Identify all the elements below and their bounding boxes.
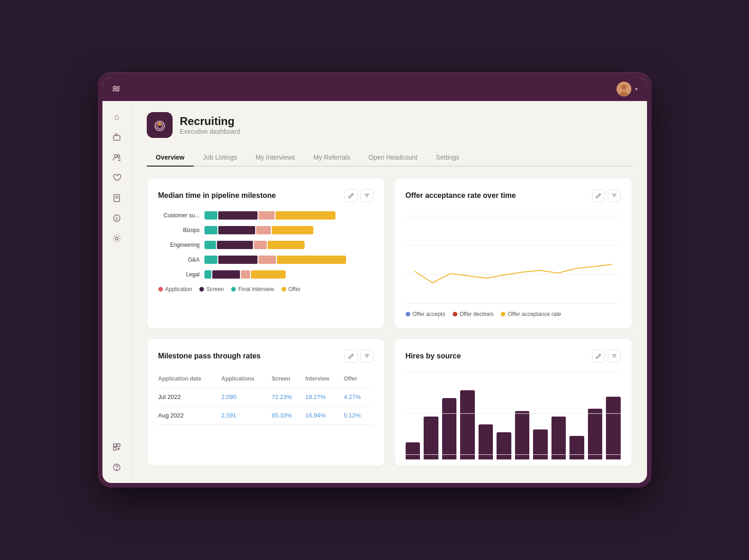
milestone-card-title: Milestone pass through rates [158, 352, 261, 360]
hires-bar [533, 429, 548, 459]
avatar[interactable] [617, 82, 631, 96]
bar-label-legal: Legal [158, 271, 200, 278]
tab-settings[interactable]: Settings [427, 149, 469, 166]
legend-offer-accepts: Offer accepts [406, 311, 445, 317]
bar-row-gna: G&A [158, 256, 373, 264]
svg-rect-13 [117, 444, 120, 447]
topbar: ≋ ▾ [102, 77, 647, 101]
pipeline-edit-button[interactable] [345, 189, 358, 202]
legend-offer-acceptance-rate: Offer acceptance rate [501, 311, 561, 317]
cell-date: Jul 2022 [158, 388, 222, 406]
app-header: Recruiting Executive dashboard [147, 112, 632, 138]
pipeline-card: Median time in pipeline milestone [147, 178, 385, 329]
screen: ≋ ▾ ⌂ [102, 77, 647, 483]
svg-point-18 [117, 470, 117, 470]
hires-bars [406, 376, 621, 459]
tab-my-interviews[interactable]: My Interviews [246, 149, 305, 166]
cell-offer: 5.12% [344, 406, 373, 425]
cell-date: Aug 2022 [158, 406, 222, 425]
hires-card: Hires by source [394, 338, 632, 466]
legend-final-interview: Final Interview [231, 286, 274, 292]
chevron-down-icon: ▾ [635, 86, 638, 92]
svg-text:$: $ [115, 216, 118, 221]
pipeline-card-header: Median time in pipeline milestone [158, 189, 373, 202]
page-title: Recruiting [180, 115, 240, 128]
offer-filter-button[interactable] [608, 189, 621, 202]
sidebar-item-coin[interactable]: $ [108, 210, 125, 226]
hires-bar [515, 411, 530, 459]
bar-label-engineering: Engineering [158, 242, 200, 248]
sidebar-item-settings[interactable] [108, 230, 125, 247]
offer-bars [406, 216, 621, 304]
table-row: Aug 2022 2,591 65.33% 16.94% 5.12% [158, 406, 373, 425]
svg-rect-12 [114, 444, 116, 447]
cell-applications: 2,090 [221, 388, 271, 406]
bar-row-bizops: Bizops [158, 226, 373, 234]
hires-bar [569, 436, 584, 459]
tab-overview[interactable]: Overview [147, 149, 194, 166]
stacked-bar-engineering [204, 241, 305, 249]
segment-offer [276, 211, 336, 220]
hires-bar [406, 442, 420, 459]
legend-offer-declines: Offer declines [453, 311, 494, 317]
cell-interview: 18.27% [306, 388, 344, 406]
app-title: Recruiting Executive dashboard [180, 115, 240, 135]
svg-point-5 [118, 155, 120, 157]
offer-card-actions [592, 189, 621, 202]
stacked-bar-bizops [204, 226, 313, 234]
pipeline-filter-button[interactable] [360, 189, 373, 202]
svg-point-4 [114, 155, 117, 157]
milestone-card: Milestone pass through rates [147, 338, 385, 466]
cell-interview: 16.94% [306, 406, 344, 425]
hires-filter-button[interactable] [608, 350, 621, 363]
sidebar-item-help[interactable] [108, 459, 125, 476]
sidebar-item-heart[interactable] [108, 169, 125, 186]
line-chart-svg [406, 216, 621, 304]
segment-application [204, 211, 217, 220]
bar-row-engineering: Engineering [158, 241, 373, 249]
bar-row-legal: Legal [158, 270, 373, 279]
col-header-applications: Applications [221, 372, 271, 388]
milestone-filter-button[interactable] [360, 350, 373, 363]
segment-interview [258, 211, 275, 220]
cell-screen: 72.23% [272, 388, 306, 406]
offer-card-title: Offer acceptance rate over time [406, 191, 516, 200]
offer-edit-button[interactable] [592, 189, 605, 202]
svg-point-1 [621, 84, 627, 90]
bar-label-bizops: Bizops [158, 227, 200, 233]
cell-applications: 2,591 [221, 406, 271, 425]
pipeline-legend: Application Screen Final Interview [158, 286, 373, 292]
device-frame: ≋ ▾ ⌂ [98, 72, 652, 488]
topbar-right: ▾ [617, 82, 638, 96]
sidebar-item-grid-plus[interactable] [108, 439, 125, 455]
svg-rect-3 [114, 136, 120, 140]
sidebar: ⌂ [102, 101, 132, 483]
sidebar-item-home[interactable]: ⌂ [108, 108, 125, 125]
legend-screen: Screen [199, 286, 224, 292]
hires-edit-button[interactable] [592, 350, 605, 363]
col-header-interview: Interview [306, 372, 344, 388]
hires-chart-container [406, 372, 621, 455]
hires-bar [442, 398, 457, 459]
hires-bar [460, 390, 475, 459]
offer-card: Offer acceptance rate over time [394, 178, 632, 329]
sidebar-item-people[interactable] [108, 149, 125, 166]
hires-bar [497, 432, 511, 460]
milestone-edit-button[interactable] [345, 350, 358, 363]
tab-my-referrals[interactable]: My Referrals [304, 149, 359, 166]
milestone-card-header: Milestone pass through rates [158, 350, 373, 363]
tab-open-headcount[interactable]: Open Headcount [360, 149, 427, 166]
cell-offer: 4.27% [344, 388, 373, 406]
stacked-bar-gna [204, 256, 346, 264]
offer-card-header: Offer acceptance rate over time [406, 189, 621, 202]
hires-bar [479, 424, 493, 460]
legend-application: Application [158, 286, 192, 292]
hires-card-header: Hires by source [406, 350, 621, 363]
offer-chart-container [406, 211, 621, 304]
sidebar-item-book[interactable] [108, 190, 125, 206]
cell-screen: 65.33% [272, 406, 306, 425]
tab-job-listings[interactable]: Job Listings [194, 149, 246, 166]
sidebar-item-briefcase[interactable] [108, 129, 125, 145]
app-icon [147, 112, 173, 138]
hires-card-actions [592, 350, 621, 363]
